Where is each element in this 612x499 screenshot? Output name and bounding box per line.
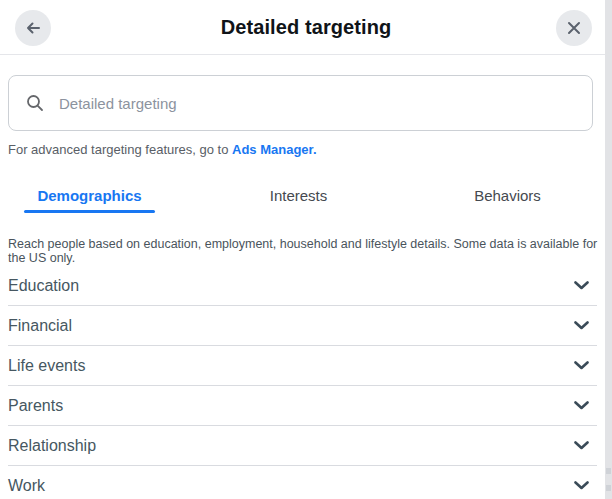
category-label: Life events — [8, 357, 85, 375]
chevron-down-icon — [574, 401, 589, 410]
page-title: Detailed targeting — [221, 16, 392, 39]
search-input[interactable] — [57, 94, 578, 113]
search-box[interactable] — [8, 75, 593, 131]
close-button[interactable] — [556, 10, 592, 46]
active-tab-underline — [24, 210, 155, 213]
category-row-work[interactable]: Work — [8, 466, 597, 499]
tab-label: Behaviors — [474, 187, 541, 204]
category-row-education[interactable]: Education — [8, 266, 597, 306]
helper-text-label: For advanced targeting features, go to — [8, 142, 232, 157]
dialog-header: Detailed targeting — [0, 0, 612, 55]
arrow-left-icon — [23, 18, 43, 38]
back-button[interactable] — [15, 10, 51, 46]
category-row-parents[interactable]: Parents — [8, 386, 597, 426]
chevron-down-icon — [574, 321, 589, 330]
close-icon — [565, 19, 583, 37]
category-row-life-events[interactable]: Life events — [8, 346, 597, 386]
tab-description: Reach people based on education, employm… — [8, 237, 604, 265]
helper-text: For advanced targeting features, go to A… — [8, 142, 604, 157]
tab-demographics[interactable]: Demographics — [24, 178, 155, 213]
background-artifact — [606, 485, 611, 491]
chevron-down-icon — [574, 281, 589, 290]
tab-interests[interactable]: Interests — [233, 178, 364, 213]
tab-behaviors[interactable]: Behaviors — [442, 178, 573, 213]
ads-manager-link[interactable]: Ads Manager. — [232, 142, 317, 157]
chevron-down-icon — [574, 481, 589, 490]
tab-label: Demographics — [37, 187, 141, 204]
category-label: Relationship — [8, 437, 96, 455]
category-label: Financial — [8, 317, 72, 335]
category-label: Work — [8, 477, 45, 495]
search-icon — [26, 94, 44, 112]
category-label: Parents — [8, 397, 63, 415]
background-artifact — [606, 468, 611, 474]
detailed-targeting-dialog: Detailed targeting For advanced targetin… — [0, 0, 612, 499]
category-row-relationship[interactable]: Relationship — [8, 426, 597, 466]
tab-label: Interests — [270, 187, 328, 204]
category-list: Education Financial Life events Parents … — [0, 266, 612, 499]
tab-bar: Demographics Interests Behaviors — [24, 178, 573, 213]
chevron-down-icon — [574, 441, 589, 450]
page-behind-strip — [605, 0, 612, 499]
category-label: Education — [8, 277, 79, 295]
chevron-down-icon — [574, 361, 589, 370]
category-row-financial[interactable]: Financial — [8, 306, 597, 346]
